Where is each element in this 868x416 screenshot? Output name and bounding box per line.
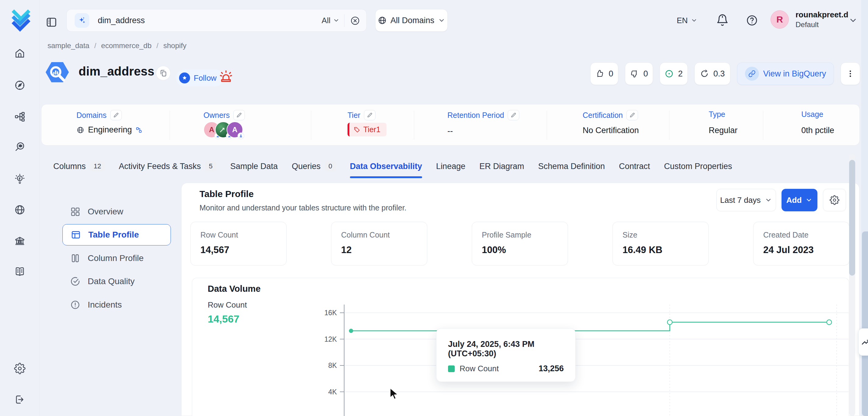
global-search-bar[interactable]: dim_address All bbox=[66, 9, 367, 32]
tab-lineage[interactable]: Lineage bbox=[436, 154, 465, 179]
edge-expand-button[interactable] bbox=[858, 328, 868, 356]
user-name: rounakpreet.d bbox=[796, 10, 848, 20]
svg-text:16K: 16K bbox=[324, 309, 337, 317]
edit-tier-icon[interactable] bbox=[364, 110, 375, 120]
thumbs-down-icon bbox=[630, 69, 639, 78]
user-menu-chevron-icon[interactable] bbox=[848, 16, 858, 25]
copy-name-icon[interactable] bbox=[156, 66, 170, 81]
tab-schema-definition[interactable]: Schema Definition bbox=[538, 154, 605, 179]
discover-search-icon[interactable] bbox=[13, 140, 27, 154]
search-input[interactable]: dim_address bbox=[98, 16, 145, 25]
trend-expand-icon bbox=[861, 337, 868, 347]
chevron-down-icon bbox=[765, 196, 772, 204]
downvote-button[interactable]: 0 bbox=[625, 62, 653, 85]
owners-avatars[interactable]: A A bbox=[204, 122, 252, 140]
subnav-data-quality[interactable]: Data Quality bbox=[70, 271, 135, 291]
owner-avatar[interactable]: A bbox=[226, 122, 243, 138]
breadcrumb-item[interactable]: sample_data bbox=[48, 41, 89, 50]
divider bbox=[669, 110, 670, 140]
stat-card-created-date: Created Date 24 Jul 2023 bbox=[753, 222, 849, 265]
tab-er-diagram[interactable]: ER Diagram bbox=[479, 154, 524, 179]
insights-bulb-icon[interactable] bbox=[13, 172, 27, 186]
notifications-bell-icon[interactable] bbox=[716, 13, 729, 27]
domains-label: Domains bbox=[76, 110, 122, 120]
edit-owners-icon[interactable] bbox=[233, 110, 245, 120]
glossary-book-icon[interactable] bbox=[13, 265, 27, 278]
home-icon[interactable] bbox=[13, 46, 27, 60]
user-badge-icon bbox=[238, 132, 244, 139]
language-selector[interactable]: EN bbox=[677, 11, 698, 30]
edit-certification-icon[interactable] bbox=[626, 110, 638, 120]
window-scrollbar-thumb[interactable] bbox=[862, 231, 868, 416]
owners-label: Owners bbox=[204, 110, 245, 120]
tab-custom-properties[interactable]: Custom Properties bbox=[664, 154, 732, 179]
subnav-overview[interactable]: Overview bbox=[70, 202, 123, 222]
follow-button[interactable]: Follow bbox=[176, 69, 224, 87]
tab-queries[interactable]: Queries0 bbox=[292, 154, 336, 179]
bigquery-logo-icon bbox=[43, 59, 72, 88]
view-in-bigquery-button[interactable]: View in BigQuery bbox=[737, 62, 834, 85]
columns-icon bbox=[70, 253, 81, 263]
breadcrumb: sample_data / ecommerce_db / shopify bbox=[48, 41, 186, 50]
globe-icon bbox=[378, 16, 387, 25]
more-menu-button[interactable] bbox=[841, 62, 860, 85]
watchers-button[interactable]: 2 bbox=[660, 62, 688, 85]
link-icon bbox=[745, 67, 759, 81]
tab-activity-feeds[interactable]: Activity Feeds & Tasks5 bbox=[119, 154, 216, 179]
tab-sample-data[interactable]: Sample Data bbox=[230, 154, 278, 179]
tooltip-series-label: Row Count bbox=[460, 364, 499, 373]
breadcrumb-item[interactable]: shopify bbox=[163, 41, 186, 50]
clear-search-icon[interactable] bbox=[350, 15, 360, 26]
certification-value: No Certification bbox=[583, 126, 639, 135]
subnav-column-profile[interactable]: Column Profile bbox=[70, 248, 144, 268]
popularity-button[interactable]: 0.3 bbox=[694, 62, 730, 85]
tag-icon bbox=[353, 126, 360, 133]
left-nav-rail bbox=[0, 0, 40, 416]
content-scrollbar-thumb[interactable] bbox=[849, 160, 855, 276]
edit-retention-icon[interactable] bbox=[508, 110, 519, 120]
compass-icon[interactable] bbox=[13, 78, 27, 92]
subnav-incidents[interactable]: Incidents bbox=[70, 295, 122, 315]
stat-card-profile-sample: Profile Sample 100% bbox=[472, 222, 568, 265]
divider bbox=[763, 110, 763, 140]
atlan-logo[interactable] bbox=[9, 8, 33, 32]
globe-icon[interactable] bbox=[13, 203, 27, 217]
user-avatar[interactable]: R bbox=[771, 10, 789, 29]
workflow-icon[interactable] bbox=[13, 110, 27, 123]
globe-icon bbox=[76, 126, 84, 134]
thumbs-up-icon bbox=[595, 69, 604, 78]
tier-badge[interactable]: Tier1 bbox=[347, 123, 386, 136]
chevron-down-icon bbox=[691, 17, 698, 24]
all-domains-button[interactable]: All Domains bbox=[375, 9, 448, 32]
logout-icon[interactable] bbox=[13, 393, 27, 406]
alert-siren-icon[interactable] bbox=[218, 69, 234, 85]
profile-settings-button[interactable] bbox=[823, 189, 846, 211]
add-button[interactable]: Add bbox=[781, 189, 817, 211]
tab-data-observability[interactable]: Data Observability bbox=[350, 154, 422, 179]
governance-bank-icon[interactable] bbox=[13, 234, 27, 248]
tier-label: Tier bbox=[347, 110, 375, 120]
svg-text:8K: 8K bbox=[328, 361, 337, 370]
search-scope-dropdown[interactable]: All bbox=[321, 16, 340, 25]
tab-contract[interactable]: Contract bbox=[619, 154, 650, 179]
divider bbox=[547, 110, 547, 140]
chevron-down-icon bbox=[333, 17, 340, 24]
asset-tabs: Columns12 Activity Feeds & Tasks5 Sample… bbox=[53, 154, 732, 179]
page-title: dim_address bbox=[79, 65, 154, 78]
legend-swatch bbox=[448, 365, 455, 372]
edit-domains-icon[interactable] bbox=[110, 110, 122, 120]
subnav-table-profile[interactable]: Table Profile bbox=[62, 224, 171, 246]
upvote-button[interactable]: 0 bbox=[590, 62, 618, 85]
help-icon[interactable] bbox=[746, 14, 758, 27]
chart-tooltip: July 24, 2025, 6:43 PM (UTC+05:30) Row C… bbox=[436, 328, 576, 382]
settings-gear-icon[interactable] bbox=[13, 362, 27, 375]
breadcrumb-item[interactable]: ecommerce_db bbox=[101, 41, 151, 50]
domains-value[interactable]: Engineering bbox=[76, 125, 142, 135]
sidebar-toggle-icon[interactable] bbox=[45, 16, 58, 29]
date-range-dropdown[interactable]: Last 7 days bbox=[716, 189, 776, 211]
profile-description: Monitor and understand your tables struc… bbox=[199, 203, 407, 212]
tab-columns[interactable]: Columns12 bbox=[53, 154, 105, 179]
retention-label: Retention Period bbox=[447, 110, 519, 120]
svg-text:4K: 4K bbox=[328, 388, 337, 396]
certification-label: Certification bbox=[583, 110, 638, 120]
